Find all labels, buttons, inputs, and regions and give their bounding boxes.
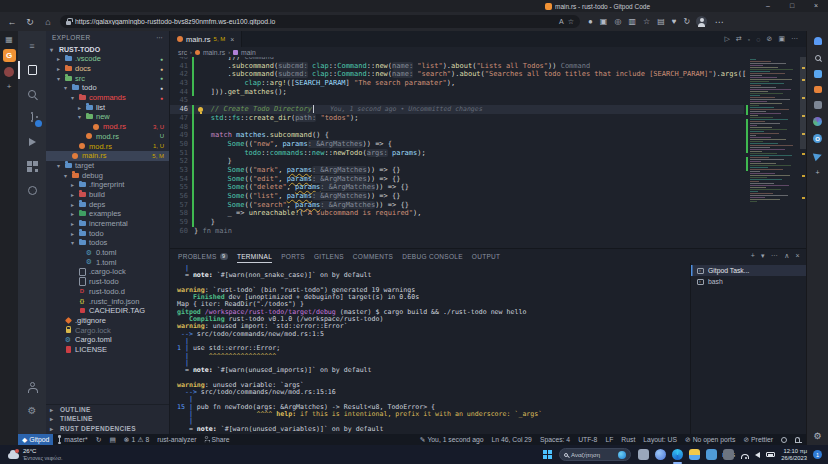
refresh-icon[interactable]: ↻ xyxy=(24,17,36,27)
url-text[interactable]: https://galaxygamingbo-rusttodo-bvs8z90n… xyxy=(75,18,555,25)
more-actions-icon[interactable]: ⋯ xyxy=(791,35,798,43)
code-line-42[interactable]: 42.subcommand(subcmd: clap::Command::new… xyxy=(170,70,744,79)
tree-item-src[interactable]: ▾src● xyxy=(46,73,169,83)
run-debug-icon[interactable] xyxy=(18,130,46,154)
indentation[interactable]: Spaces: 4 xyxy=(536,434,574,445)
code-line-59[interactable]: 59} xyxy=(170,218,744,227)
run-file-icon[interactable]: ▷ xyxy=(725,35,730,43)
battery-icon[interactable] xyxy=(766,452,775,457)
new-tab-icon[interactable]: + xyxy=(7,82,12,91)
favorites-icon[interactable]: ☆ xyxy=(643,17,650,26)
code-line-53[interactable]: 53Some(("mark", params: &ArgMatches)) =>… xyxy=(170,166,744,175)
code-line-43[interactable]: 43clap::arg!([SEARCH_PARAM] "The search … xyxy=(170,79,744,88)
tree-item-debug[interactable]: ▾debug xyxy=(46,170,169,180)
search-icon[interactable] xyxy=(18,82,46,106)
code-line-41[interactable]: 41.subcommand(subcmd: clap::Command::new… xyxy=(170,62,744,71)
sidebar-settings-gear-icon[interactable]: ⚙ xyxy=(813,431,821,441)
panel-tab-problems[interactable]: PROBLEMS9 xyxy=(178,249,228,263)
extension-red-icon[interactable]: ● xyxy=(588,17,593,26)
notifications-bell-icon[interactable] xyxy=(814,37,822,45)
add-sidebar-item-icon[interactable]: + xyxy=(813,168,822,177)
browser-tab-2[interactable] xyxy=(4,67,14,77)
drop-icon[interactable] xyxy=(812,150,822,160)
open-changes-icon[interactable]: ⇄ xyxy=(736,35,742,43)
code-line-45[interactable]: 45 xyxy=(170,96,744,105)
code-line-49[interactable]: 49match matches.subcommand() { xyxy=(170,131,744,140)
panel-tab-ports[interactable]: PORTS xyxy=(281,249,305,263)
more-actions-icon[interactable]: ⋯ xyxy=(771,252,778,260)
maximize-panel-icon[interactable]: ∧ xyxy=(784,252,789,260)
close-button[interactable]: × xyxy=(804,0,828,12)
heatmap-toggle-icon[interactable]: ◌ xyxy=(756,36,760,43)
ports[interactable]: ⊘No open ports xyxy=(681,434,739,445)
tree-item-build[interactable]: ▸build xyxy=(46,190,169,200)
code-line-46[interactable]: 46// Create Todo DirectoryYou, 1 second … xyxy=(170,105,744,114)
microsoft-365-icon[interactable] xyxy=(814,101,822,109)
games-icon[interactable] xyxy=(813,117,822,126)
tree-item-rust-todo.d[interactable]: Drust-todo.d xyxy=(46,287,169,297)
prettier[interactable]: ⊘Prettier xyxy=(739,434,777,445)
browser-essentials-icon[interactable]: ◎ xyxy=(614,17,621,26)
explorer-more-icon[interactable]: ⋯ xyxy=(156,34,163,42)
code-line-60[interactable]: 60} fn main xyxy=(170,227,744,236)
tree-item-commands[interactable]: ▾commands● xyxy=(46,93,169,103)
minimap[interactable] xyxy=(750,57,800,248)
tree-item-mod.rs[interactable]: mod.rsU xyxy=(46,132,169,142)
split-screen-icon[interactable]: ▥ xyxy=(628,17,636,26)
tab-main-rs[interactable]: main.rs 5, M × xyxy=(170,31,242,47)
remote-explorer-icon[interactable] xyxy=(18,178,46,202)
tab-actions-icon[interactable]: ▦ xyxy=(5,35,13,44)
code-line-54[interactable]: 54Some(("edit", params: &ArgMatches)) =>… xyxy=(170,175,744,184)
code-line-48[interactable]: 48 xyxy=(170,123,744,132)
tree-item-mod.rs[interactable]: mod.rs1, U xyxy=(46,141,169,151)
tree-item-deps[interactable]: ▸deps xyxy=(46,199,169,209)
clock[interactable]: 12:10 πμ 26/6/2023 xyxy=(781,448,807,462)
extension-blue-icon[interactable]: ▣ xyxy=(600,17,608,26)
notifications[interactable] xyxy=(791,434,804,445)
split-editor-icon[interactable]: ▣ xyxy=(778,35,785,43)
account-icon[interactable] xyxy=(18,374,46,398)
more-menu-icon[interactable]: ⋯ xyxy=(713,17,725,27)
language-mode[interactable]: Rust xyxy=(617,434,639,445)
active-tab-gitpod[interactable]: G xyxy=(3,49,16,62)
code-line-47[interactable]: 47std::fs::create_dir(path: "todos"); xyxy=(170,114,744,123)
section-timeline[interactable]: ▸TIMELINE xyxy=(46,414,169,424)
weather-widget[interactable]: 26°C Έντονες νεφώσ. xyxy=(0,448,63,461)
panel-tab-gitlens[interactable]: GITLENS xyxy=(314,249,344,263)
tree-item-todos[interactable]: ▾todos xyxy=(46,238,169,248)
code-editor[interactable]: 40])) Command41.subcommand(subcmd: clap:… xyxy=(170,57,806,248)
explorer-icon[interactable] xyxy=(18,58,46,82)
panel-tab-output[interactable]: OUTPUT xyxy=(472,249,501,263)
code-line-57[interactable]: 57Some(("search", params: &ArgMatches)) … xyxy=(170,201,744,210)
rust-analyzer-status[interactable]: rust-analyzer xyxy=(153,434,200,445)
wifi-icon[interactable] xyxy=(741,454,749,459)
tree-item-Cargo.lock[interactable]: Cargo.lock xyxy=(46,325,169,335)
feedback[interactable] xyxy=(777,434,791,445)
collections-icon[interactable]: ▤ xyxy=(657,17,665,26)
cursor-position[interactable]: Ln 46, Col 29 xyxy=(487,434,535,445)
sync-changes[interactable]: ↻ xyxy=(92,434,106,445)
tools-icon[interactable] xyxy=(814,86,822,93)
close-panel-icon[interactable]: × xyxy=(796,252,800,260)
gitlens-layers[interactable]: ▤ xyxy=(105,434,119,445)
terminal-entry-GitpodTask[interactable]: Gitpod Task... xyxy=(691,265,806,276)
terminal-output[interactable]: | = note: `#[warn(non_snake_case)]` on b… xyxy=(170,263,690,434)
eol[interactable]: LF xyxy=(601,434,617,445)
encoding[interactable]: UTF-8 xyxy=(574,434,601,445)
panel-tab-comments[interactable]: COMMENTS xyxy=(353,249,393,263)
terminal-entry-bash[interactable]: bash xyxy=(691,276,806,287)
breadcrumb[interactable]: src › main.rs › main xyxy=(170,47,806,57)
file-explorer-taskbar-icon[interactable] xyxy=(689,449,700,460)
code-line-56[interactable]: 56Some(("list", params: &ArgMatches)) =>… xyxy=(170,192,744,201)
code-line-52[interactable]: 52} xyxy=(170,157,744,166)
start-button[interactable] xyxy=(543,450,547,454)
tree-item-Cargo.toml[interactable]: ⚙Cargo.toml xyxy=(46,335,169,345)
task-view-taskbar-icon[interactable] xyxy=(638,449,649,460)
code-line-44[interactable]: 44])).get_matches(); xyxy=(170,88,744,97)
tree-item-todo[interactable]: ▾todo● xyxy=(46,83,169,93)
share-icon[interactable]: ↻ xyxy=(683,17,690,26)
volume-icon[interactable] xyxy=(755,452,760,458)
extensions-icon[interactable] xyxy=(18,154,46,178)
store-taskbar-icon[interactable] xyxy=(706,449,717,460)
minimize-button[interactable]: – xyxy=(756,0,780,12)
